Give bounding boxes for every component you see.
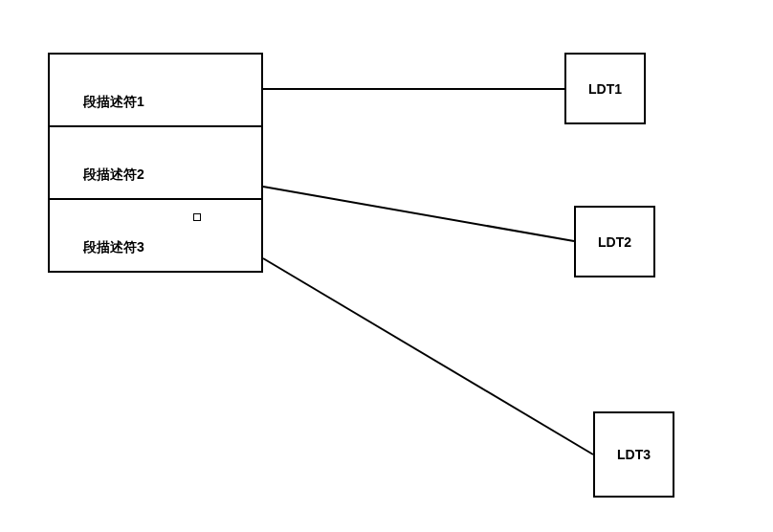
- descriptor-label-2: 段描述符2: [83, 166, 144, 184]
- connection-line-3: [263, 258, 593, 454]
- descriptor-row-1: 段描述符1: [50, 55, 261, 127]
- ldt-box-3: LDT3: [593, 411, 674, 498]
- descriptor-table: 段描述符1 段描述符2 段描述符3: [48, 53, 263, 273]
- descriptor-label-1: 段描述符1: [83, 94, 144, 111]
- ldt-box-2: LDT2: [574, 206, 655, 277]
- descriptor-label-3: 段描述符3: [83, 239, 144, 256]
- ldt-label-2: LDT2: [598, 234, 631, 250]
- small-square-marker: [193, 213, 201, 221]
- ldt-box-1: LDT1: [564, 53, 646, 124]
- connection-line-2: [263, 187, 574, 241]
- ldt-label-3: LDT3: [617, 447, 651, 462]
- ldt-label-1: LDT1: [588, 81, 622, 97]
- descriptor-row-2: 段描述符2: [50, 127, 261, 200]
- descriptor-row-3: 段描述符3: [50, 200, 261, 273]
